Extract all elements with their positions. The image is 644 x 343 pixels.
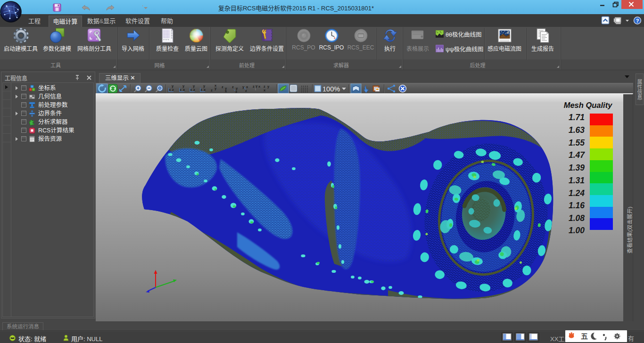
svg-text:z: z xyxy=(211,88,213,92)
svg-text:x: x xyxy=(190,88,192,92)
svg-text:z: z xyxy=(222,85,223,89)
svg-text:x: x xyxy=(169,88,171,92)
svg-text:x: x xyxy=(264,88,266,92)
svg-text:?: ? xyxy=(636,18,639,24)
svg-text:z: z xyxy=(232,85,234,89)
svg-text:z: z xyxy=(245,89,247,93)
svg-text:x: x xyxy=(183,88,185,92)
svg-text:y: y xyxy=(267,84,270,89)
svg-text:x: x xyxy=(258,84,261,89)
svg-text:x: x xyxy=(204,88,206,92)
svg-text:五: 五 xyxy=(581,332,588,340)
svg-text:z: z xyxy=(172,88,174,92)
svg-text:100%: 100% xyxy=(322,85,340,93)
svg-text:x: x xyxy=(225,89,227,93)
svg-text:x: x xyxy=(215,83,217,88)
svg-text:y: y xyxy=(256,84,258,88)
svg-text:z: z xyxy=(193,88,195,92)
svg-text:y: y xyxy=(242,85,245,89)
svg-text:z: z xyxy=(253,84,255,89)
